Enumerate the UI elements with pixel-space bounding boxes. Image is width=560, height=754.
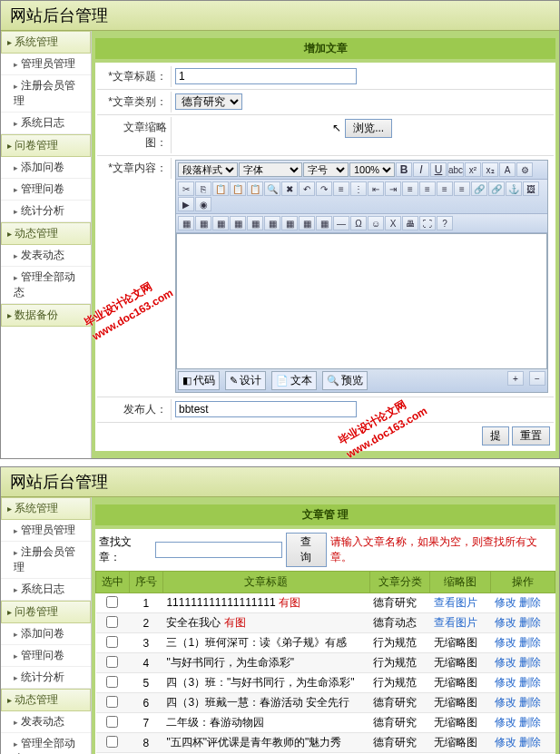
edit-link[interactable]: 修改 [495, 676, 516, 689]
delete-link[interactable]: 删除 [519, 656, 541, 669]
row-checkbox[interactable] [106, 696, 118, 708]
minus-icon[interactable]: − [529, 371, 545, 386]
color-icon[interactable]: A [499, 162, 516, 177]
editor-textarea[interactable] [176, 233, 547, 369]
print-icon[interactable]: 🖶 [402, 216, 418, 230]
menu-item[interactable]: 发表动态 [1, 245, 91, 267]
menu-item[interactable]: 发表动态 [1, 711, 91, 733]
delete-link[interactable]: 删除 [519, 596, 541, 609]
flash-icon[interactable]: ▶ [178, 197, 194, 211]
anchor-icon[interactable]: ⚓ [506, 181, 522, 196]
delete-link[interactable]: 删除 [519, 616, 541, 629]
menu-item[interactable]: 管理全部动态 [1, 267, 91, 304]
plus-icon[interactable]: + [507, 371, 524, 386]
ar-icon[interactable]: ≡ [437, 181, 453, 196]
hr-icon[interactable]: — [333, 216, 349, 230]
t8-icon[interactable]: ▦ [299, 216, 315, 230]
design-tab[interactable]: ✎ 设计 [225, 371, 266, 390]
link-icon[interactable]: 🔗 [471, 181, 487, 196]
unlink-icon[interactable]: 🔗 [488, 181, 505, 196]
menu-item[interactable]: 管理全部动态 [1, 733, 91, 754]
img-icon[interactable]: 🖼 [523, 181, 539, 196]
browse-button[interactable]: 浏览... [345, 119, 392, 138]
delete-link[interactable]: 删除 [519, 636, 541, 649]
menu-item[interactable]: 添加问卷 [1, 623, 91, 645]
menu-item[interactable]: 添加问卷 [1, 157, 91, 179]
bold-icon[interactable]: B [396, 162, 412, 177]
menu-item[interactable]: 系统日志 [1, 579, 91, 601]
edit-link[interactable]: 修改 [495, 596, 516, 609]
sub-icon[interactable]: x₂ [482, 162, 498, 177]
paragraph-select[interactable]: 段落样式 [178, 162, 238, 177]
t7-icon[interactable]: ▦ [281, 216, 298, 230]
zoom-select[interactable]: 100% [349, 162, 395, 177]
title-input[interactable] [175, 68, 357, 84]
strike-icon[interactable]: abc [447, 162, 464, 177]
menu-group[interactable]: 数据备份 [1, 304, 91, 327]
menu-item[interactable]: 注册会员管理 [1, 542, 91, 579]
help-icon[interactable]: ? [437, 216, 453, 230]
super-icon[interactable]: x² [465, 162, 481, 177]
emoji-icon[interactable]: ☺ [368, 216, 384, 230]
paste-icon[interactable]: 📋 [212, 181, 229, 196]
t9-icon[interactable]: ▦ [316, 216, 332, 230]
search-input[interactable] [155, 542, 282, 558]
search-button[interactable]: 查 询 [286, 533, 327, 567]
row-checkbox[interactable] [106, 716, 118, 728]
edit-link[interactable]: 修改 [495, 736, 516, 749]
indent-icon[interactable]: ⇥ [385, 181, 401, 196]
find-icon[interactable]: 🔍 [264, 181, 280, 196]
menu-group[interactable]: 系统管理 [1, 497, 91, 520]
reset-button[interactable]: 重置 [512, 426, 550, 446]
menu-group[interactable]: 问卷管理 [1, 601, 91, 623]
submit-button[interactable]: 提 [482, 426, 509, 446]
t2-icon[interactable]: ▦ [195, 216, 211, 230]
undo-icon[interactable]: ↶ [299, 181, 315, 196]
edit-link[interactable]: 修改 [495, 716, 516, 729]
menu-item[interactable]: 注册会员管理 [1, 75, 91, 113]
edit-link[interactable]: 修改 [495, 656, 516, 669]
ac-icon[interactable]: ≡ [419, 181, 436, 196]
excel-icon[interactable]: X [385, 216, 401, 230]
t6-icon[interactable]: ▦ [264, 216, 280, 230]
menu-group[interactable]: 动态管理 [1, 222, 91, 245]
size-select[interactable]: 字号 [303, 162, 349, 177]
menu-item[interactable]: 统计分析 [1, 201, 91, 222]
delete-link[interactable]: 删除 [519, 676, 541, 689]
menu-item[interactable]: 管理问卷 [1, 645, 91, 667]
delete-link[interactable]: 删除 [519, 716, 541, 729]
menu-item[interactable]: 管理员管理 [1, 54, 91, 75]
row-checkbox[interactable] [106, 656, 118, 668]
copy-icon[interactable]: ⎘ [195, 181, 211, 196]
full-icon[interactable]: ⛶ [419, 216, 436, 230]
al-icon[interactable]: ≡ [402, 181, 418, 196]
menu-item[interactable]: 管理问卷 [1, 179, 91, 201]
menu-group[interactable]: 动态管理 [1, 689, 91, 711]
edit-link[interactable]: 修改 [495, 616, 516, 629]
sym-icon[interactable]: Ω [350, 216, 367, 230]
code-tab[interactable]: ◧ 代码 [178, 371, 220, 390]
menu-item[interactable]: 系统日志 [1, 113, 91, 134]
ol-icon[interactable]: ≡ [333, 181, 349, 196]
text-tab[interactable]: 📄 文本 [271, 371, 317, 390]
ul-icon[interactable]: ⋮ [350, 181, 367, 196]
menu-group[interactable]: 问卷管理 [1, 134, 91, 157]
eraser-icon[interactable]: ✖ [281, 181, 298, 196]
menu-item[interactable]: 统计分析 [1, 667, 91, 689]
italic-icon[interactable]: I [413, 162, 429, 177]
t3-icon[interactable]: ▦ [212, 216, 229, 230]
row-checkbox[interactable] [106, 616, 118, 628]
t5-icon[interactable]: ▦ [247, 216, 263, 230]
t1-icon[interactable]: ▦ [178, 216, 194, 230]
edit-link[interactable]: 修改 [495, 696, 516, 709]
paste2-icon[interactable]: 📋 [230, 181, 246, 196]
underline-icon[interactable]: U [430, 162, 447, 177]
t4-icon[interactable]: ▦ [230, 216, 246, 230]
outdent-icon[interactable]: ⇤ [368, 181, 384, 196]
cut-icon[interactable]: ✂ [178, 181, 194, 196]
menu-group[interactable]: 系统管理 [1, 31, 91, 54]
redo-icon[interactable]: ↷ [316, 181, 332, 196]
delete-link[interactable]: 删除 [519, 736, 541, 749]
edit-link[interactable]: 修改 [495, 636, 516, 649]
font-select[interactable]: 字体 [239, 162, 302, 177]
